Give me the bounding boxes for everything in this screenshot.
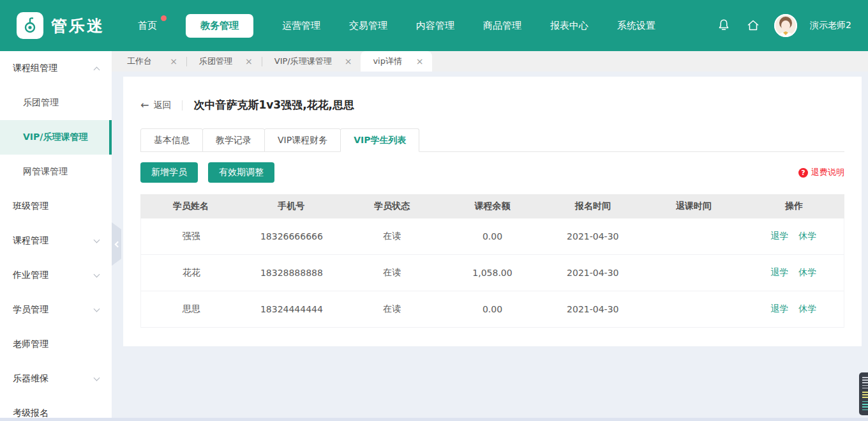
nav-item-academic-management[interactable]: 教务管理: [186, 14, 253, 38]
tab-label: 教学记录: [216, 135, 251, 145]
window-tab-label: 工作台: [127, 56, 152, 67]
bell-icon[interactable]: [715, 17, 732, 34]
minimap-segment: [862, 392, 868, 400]
nav-item-product-management[interactable]: 商品管理: [483, 20, 521, 32]
user-name[interactable]: 演示老师2: [810, 20, 851, 31]
chevron-down-icon: [94, 305, 100, 312]
back-button[interactable]: ← 返回: [140, 100, 171, 111]
add-student-button[interactable]: 新增学员: [140, 162, 198, 183]
sidebar-item-course-group-management[interactable]: 课程组管理: [0, 51, 112, 86]
cell-balance: 0.00: [442, 304, 542, 314]
table-header-row: 学员姓名 手机号 学员状态 课程余额 报名时间 退课时间 操作: [140, 194, 844, 218]
window-tab-vip-detail[interactable]: vip详情 ×: [361, 51, 432, 72]
sidebar-item-instrument-maintenance[interactable]: 乐器维保: [0, 362, 112, 396]
cell-balance: 1,058.00: [442, 268, 542, 278]
user-avatar[interactable]: [774, 14, 797, 37]
tab-label: VIP课程财务: [278, 135, 327, 145]
table-body: 强强 18326666666 在读 0.00 2021-04-30 退学 休学 …: [140, 218, 844, 328]
sidebar-item-online-course-management[interactable]: 网管课管理: [0, 155, 112, 189]
minimap-segment: [862, 377, 868, 390]
sidebar-collapse-handle[interactable]: [112, 222, 121, 266]
close-icon[interactable]: ×: [170, 57, 177, 66]
column-header-balance: 课程余额: [442, 201, 543, 212]
cell-student-name: 思思: [141, 303, 241, 315]
column-header-operations: 操作: [744, 201, 844, 212]
chevron-left-icon: [114, 241, 121, 247]
sidebar-item-label: 课程管理: [13, 235, 49, 247]
nav-item-label: 商品管理: [483, 20, 521, 31]
tab-teaching-records[interactable]: 教学记录: [202, 128, 265, 152]
sidebar-item-label: 学员管理: [13, 304, 49, 316]
question-circle-icon: ?: [798, 168, 808, 178]
top-nav-menu: 首页 教务管理 运营管理 交易管理 内容管理 商品管理 报表中心 系统设置: [138, 14, 655, 38]
suspend-link[interactable]: 休学: [798, 231, 816, 242]
page-header-row: ← 返回 次中音萨克斯1v3强强,花花,思思: [140, 77, 844, 112]
topbar-right-group: 演示老师2: [715, 14, 851, 37]
close-icon[interactable]: ×: [345, 57, 352, 66]
cell-status: 在读: [342, 303, 442, 315]
sidebar-item-homework-management[interactable]: 作业管理: [0, 258, 112, 293]
cell-phone: 18326666666: [241, 231, 341, 241]
sidebar-item-vip-course-management[interactable]: VIP/乐理课管理: [0, 120, 112, 155]
scroll-minimap-widget[interactable]: [859, 372, 868, 415]
app-logo[interactable]: [17, 12, 43, 39]
tab-basic-info[interactable]: 基本信息: [140, 128, 203, 152]
nav-item-home[interactable]: 首页: [138, 20, 157, 32]
nav-item-operations-management[interactable]: 运营管理: [282, 20, 320, 32]
withdraw-link[interactable]: 退学: [770, 231, 788, 242]
column-header-name: 学员姓名: [140, 201, 241, 212]
nav-item-system-settings[interactable]: 系统设置: [617, 20, 655, 32]
sidebar-menu: 课程组管理 乐团管理 VIP/乐理课管理 网管课管理 班级管理 课程管理 作业管…: [0, 51, 112, 418]
tab-vip-course-finance[interactable]: VIP课程财务: [264, 128, 341, 152]
window-tab-vip-course-management[interactable]: VIP/乐理课管理 ×: [262, 51, 361, 72]
close-icon[interactable]: ×: [416, 57, 424, 66]
back-arrow-icon: ←: [140, 100, 149, 111]
cell-status: 在读: [342, 267, 442, 279]
close-icon[interactable]: ×: [245, 57, 253, 66]
page-title: 次中音萨克斯1v3强强,花花,思思: [193, 98, 354, 112]
brand-title: 管乐迷: [51, 15, 105, 36]
sidebar-item-label: 作业管理: [13, 270, 49, 281]
cell-operations: 退学 休学: [744, 267, 844, 279]
sidebar-item-student-management[interactable]: 学员管理: [0, 293, 112, 327]
cell-enroll-date: 2021-04-30: [542, 268, 643, 278]
sidebar-item-class-management[interactable]: 班级管理: [0, 189, 112, 224]
column-header-phone: 手机号: [241, 201, 342, 212]
nav-item-label: 内容管理: [416, 20, 454, 31]
horizontal-scrollbar[interactable]: [0, 418, 868, 421]
tab-vip-student-list[interactable]: VIP学生列表: [340, 128, 419, 152]
sidebar-item-band-management[interactable]: 乐团管理: [0, 86, 112, 120]
sidebar-item-label: 网管课管理: [23, 166, 68, 178]
window-tab-strip: 工作台 × 乐团管理 × VIP/乐理课管理 × vip详情 ×: [112, 51, 868, 72]
suspend-link[interactable]: 休学: [798, 267, 816, 279]
validity-adjust-button[interactable]: 有效期调整: [208, 162, 274, 183]
nav-item-label: 运营管理: [282, 20, 320, 31]
refund-note-link[interactable]: ? 退费说明: [798, 167, 844, 178]
cell-phone: 18324444444: [241, 304, 341, 314]
withdraw-link[interactable]: 退学: [770, 303, 788, 315]
nav-item-transaction-management[interactable]: 交易管理: [349, 20, 387, 32]
withdraw-link[interactable]: 退学: [770, 267, 788, 279]
column-header-enroll-date: 报名时间: [542, 201, 643, 212]
chevron-down-icon: [94, 236, 100, 243]
sidebar-item-label: 老师管理: [13, 339, 49, 350]
music-note-icon: [20, 16, 40, 35]
home-icon[interactable]: [745, 17, 761, 34]
sidebar-item-teacher-management[interactable]: 老师管理: [0, 327, 112, 362]
tab-label: VIP学生列表: [354, 135, 406, 145]
nav-item-report-center[interactable]: 报表中心: [550, 20, 588, 32]
nav-item-content-management[interactable]: 内容管理: [416, 20, 454, 32]
cell-student-name: 花花: [141, 267, 241, 279]
window-tab-band-management[interactable]: 乐团管理 ×: [187, 51, 262, 72]
cell-enroll-date: 2021-04-30: [542, 231, 643, 241]
cell-phone: 18328888888: [241, 268, 341, 278]
sidebar-item-course-management[interactable]: 课程管理: [0, 224, 112, 258]
suspend-link[interactable]: 休学: [798, 303, 816, 315]
top-navigation-bar: 管乐迷 首页 教务管理 运营管理 交易管理 内容管理 商品管理 报表中心: [0, 0, 868, 51]
window-tab-workbench[interactable]: 工作台 ×: [115, 51, 186, 72]
window-tab-label: 乐团管理: [199, 56, 232, 67]
detail-card: ← 返回 次中音萨克斯1v3强强,花花,思思 基本信息 教学记录 VIP课程财务…: [123, 77, 862, 346]
cell-operations: 退学 休学: [744, 231, 844, 242]
sidebar-item-label: 乐器维保: [13, 373, 49, 385]
nav-item-label: 交易管理: [349, 20, 387, 31]
